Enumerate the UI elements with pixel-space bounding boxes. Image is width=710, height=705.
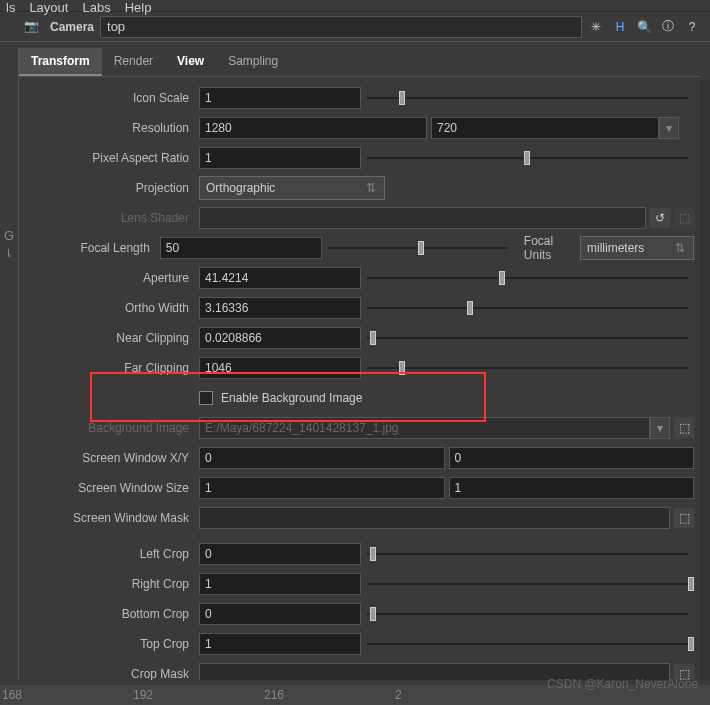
label-enable-bg: Enable Background Image: [221, 391, 362, 405]
icon-scale-slider[interactable]: [367, 91, 688, 105]
label-projection: Projection: [19, 181, 199, 195]
camera-icon: 📷: [24, 19, 44, 35]
enable-bg-checkbox[interactable]: [199, 391, 213, 405]
left-crop-input[interactable]: [199, 543, 361, 565]
info-icon[interactable]: ⓘ: [660, 19, 676, 35]
label-swin-size: Screen Window Size: [19, 481, 199, 495]
node-path-input[interactable]: [100, 16, 582, 38]
ruler-tick: 2: [395, 688, 402, 702]
resolution-x-input[interactable]: [199, 117, 427, 139]
help-icon[interactable]: ?: [684, 19, 700, 35]
far-clip-input[interactable]: [199, 357, 361, 379]
ruler-tick: 216: [264, 688, 284, 702]
top-crop-input[interactable]: [199, 633, 361, 655]
tab-transform[interactable]: Transform: [19, 48, 102, 76]
focal-length-slider[interactable]: [328, 241, 508, 255]
left-crop-slider[interactable]: [367, 547, 688, 561]
label-right-crop: Right Crop: [19, 577, 199, 591]
label-bg-image: Background Image: [19, 421, 199, 435]
tab-view[interactable]: View: [165, 48, 216, 76]
tab-render[interactable]: Render: [102, 48, 165, 76]
right-crop-input[interactable]: [199, 573, 361, 595]
far-clip-slider[interactable]: [367, 361, 688, 375]
lens-shader-input: [199, 207, 646, 229]
label-resolution: Resolution: [19, 121, 199, 135]
ruler-tick: 192: [133, 688, 153, 702]
reset-icon[interactable]: ↺: [650, 208, 670, 228]
focal-units-dropdown[interactable]: millimeters⇅: [580, 236, 694, 260]
label-far-clip: Far Clipping: [19, 361, 199, 375]
swin-mask-input[interactable]: [199, 507, 670, 529]
chevron-updown-icon: ⇅: [675, 241, 687, 255]
bg-image-path: E:/Maya/687224_1401428137_1.jpg: [199, 417, 650, 439]
label-swin-mask: Screen Window Mask: [19, 511, 199, 525]
menu-item[interactable]: Help: [125, 0, 152, 15]
search-icon[interactable]: 🔍: [636, 19, 652, 35]
focal-length-input[interactable]: [160, 237, 322, 259]
aperture-input[interactable]: [199, 267, 361, 289]
bg-image-dropdown[interactable]: ▾: [650, 417, 670, 439]
swin-h-input[interactable]: [449, 477, 695, 499]
label-lens-shader: Lens Shader: [19, 211, 199, 225]
file-browser-icon[interactable]: ⬚: [674, 418, 694, 438]
tab-bar: Transform Render View Sampling: [19, 48, 700, 77]
near-clip-input[interactable]: [199, 327, 361, 349]
scrollbar-vertical[interactable]: [700, 80, 710, 680]
label-ortho-width: Ortho Width: [19, 301, 199, 315]
gear-icon[interactable]: ✳: [588, 19, 604, 35]
label-focal-length: Focal Length: [19, 241, 160, 255]
menu-item[interactable]: ls: [6, 0, 15, 15]
aperture-slider[interactable]: [367, 271, 688, 285]
swin-y-input[interactable]: [449, 447, 695, 469]
label-near-clip: Near Clipping: [19, 331, 199, 345]
label-bottom-crop: Bottom Crop: [19, 607, 199, 621]
picker-icon[interactable]: ⬚: [674, 508, 694, 528]
label-icon-scale: Icon Scale: [19, 91, 199, 105]
resolution-y-input[interactable]: [431, 117, 659, 139]
near-clip-slider[interactable]: [367, 331, 688, 345]
label-top-crop: Top Crop: [19, 637, 199, 651]
menu-item[interactable]: Labs: [82, 0, 110, 15]
picker-icon[interactable]: ⬚: [674, 208, 694, 228]
watermark: CSDN @Karon_NeverAlone: [547, 677, 698, 691]
pixel-aspect-input[interactable]: [199, 147, 361, 169]
label-left-crop: Left Crop: [19, 547, 199, 561]
chevron-updown-icon: ⇅: [366, 181, 378, 195]
icon-scale-input[interactable]: [199, 87, 361, 109]
bottom-crop-input[interactable]: [199, 603, 361, 625]
right-crop-slider[interactable]: [367, 577, 688, 591]
swin-x-input[interactable]: [199, 447, 445, 469]
bottom-crop-slider[interactable]: [367, 607, 688, 621]
label-crop-mask: Crop Mask: [19, 667, 199, 680]
tab-sampling[interactable]: Sampling: [216, 48, 290, 76]
parameter-panel: Transform Render View Sampling Icon Scal…: [18, 48, 700, 680]
label-pixel-aspect: Pixel Aspect Ratio: [19, 151, 199, 165]
menubar: ls Layout Labs Help: [0, 0, 710, 12]
menu-item[interactable]: Layout: [29, 0, 68, 15]
ortho-width-input[interactable]: [199, 297, 361, 319]
node-type-label: Camera: [50, 20, 94, 34]
params-list: Icon Scale Resolution ▾ Pixel Aspect Rat…: [19, 78, 700, 680]
node-path-bar: 📷 Camera ✳ H 🔍 ⓘ ?: [0, 12, 710, 42]
pixel-aspect-slider[interactable]: [367, 151, 688, 165]
resolution-preset-button[interactable]: ▾: [659, 117, 679, 139]
projection-dropdown[interactable]: Orthographic⇅: [199, 176, 385, 200]
ortho-width-slider[interactable]: [367, 301, 688, 315]
swin-w-input[interactable]: [199, 477, 445, 499]
h-icon[interactable]: H: [612, 19, 628, 35]
top-crop-slider[interactable]: [367, 637, 688, 651]
label-focal-units: Focal Units: [514, 234, 580, 262]
label-aperture: Aperture: [19, 271, 199, 285]
left-shelf: Gเ: [0, 48, 18, 680]
ruler-tick: 168: [2, 688, 22, 702]
label-swin-xy: Screen Window X/Y: [19, 451, 199, 465]
